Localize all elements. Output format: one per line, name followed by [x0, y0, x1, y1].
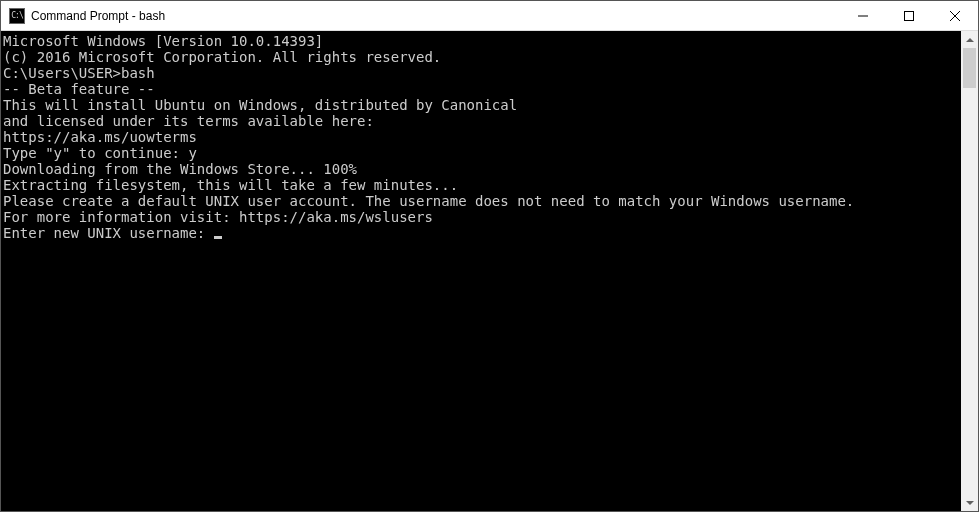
scrollbar-track[interactable]	[961, 48, 978, 494]
cursor	[214, 236, 222, 239]
terminal-line: C:\Users\USER>bash	[3, 65, 961, 81]
terminal-line: -- Beta feature --	[3, 81, 961, 97]
scrollbar-thumb[interactable]	[963, 48, 976, 88]
close-button[interactable]	[932, 1, 978, 30]
terminal-line: Type "y" to continue: y	[3, 145, 961, 161]
terminal-line: Please create a default UNIX user accoun…	[3, 193, 961, 209]
terminal-line: Microsoft Windows [Version 10.0.14393]	[3, 33, 961, 49]
command-prompt-window: C:\ Command Prompt - bash Microsoft Wind…	[0, 0, 979, 512]
svg-marker-4	[966, 38, 974, 42]
maximize-button[interactable]	[886, 1, 932, 30]
minimize-button[interactable]	[840, 1, 886, 30]
scroll-up-button[interactable]	[961, 31, 978, 48]
window-controls	[840, 1, 978, 30]
titlebar[interactable]: C:\ Command Prompt - bash	[1, 1, 978, 31]
vertical-scrollbar[interactable]	[961, 31, 978, 511]
terminal-line: Downloading from the Windows Store... 10…	[3, 161, 961, 177]
svg-marker-5	[966, 501, 974, 505]
terminal-line: Extracting filesystem, this will take a …	[3, 177, 961, 193]
terminal-line: This will install Ubuntu on Windows, dis…	[3, 97, 961, 113]
terminal-output[interactable]: Microsoft Windows [Version 10.0.14393](c…	[1, 31, 961, 511]
app-icon: C:\	[9, 8, 25, 24]
svg-rect-1	[905, 11, 914, 20]
terminal-line: https://aka.ms/uowterms	[3, 129, 961, 145]
terminal-line: For more information visit: https://aka.…	[3, 209, 961, 225]
terminal-area: Microsoft Windows [Version 10.0.14393](c…	[1, 31, 978, 511]
terminal-line: Enter new UNIX username:	[3, 225, 961, 241]
terminal-line: (c) 2016 Microsoft Corporation. All righ…	[3, 49, 961, 65]
window-title: Command Prompt - bash	[31, 9, 840, 23]
terminal-line: and licensed under its terms available h…	[3, 113, 961, 129]
scroll-down-button[interactable]	[961, 494, 978, 511]
